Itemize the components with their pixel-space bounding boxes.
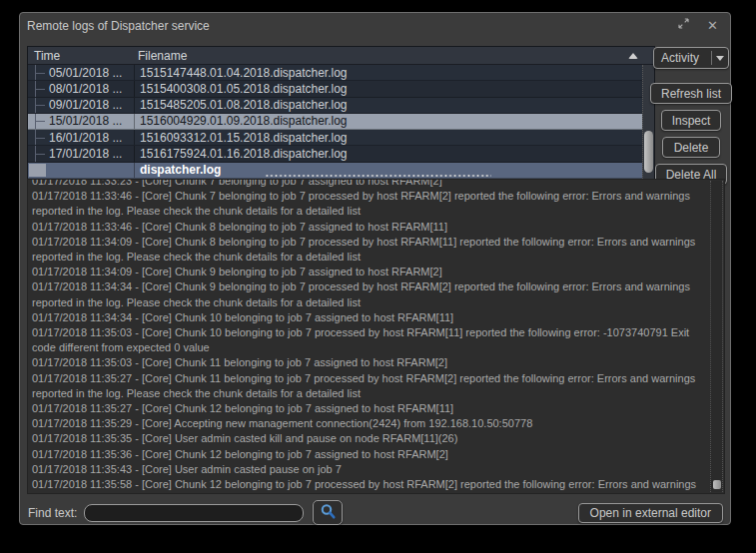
filename-cell: 1516093312.01.15.2018.dispatcher.log bbox=[135, 130, 642, 145]
magnifier-icon bbox=[320, 503, 337, 523]
activity-dropdown[interactable]: Activity bbox=[653, 47, 729, 69]
remote-logs-window: Remote logs of Dispatcher service ✕ Time… bbox=[19, 12, 731, 525]
log-line: 01/17/2018 11:35:27 - [Core] Chunk 11 be… bbox=[32, 371, 707, 401]
tree-branch-icon bbox=[28, 65, 49, 80]
log-line: 01/17/2018 11:35:35 - [Core] User admin … bbox=[32, 431, 707, 446]
log-scrollbar[interactable] bbox=[710, 181, 723, 492]
log-line: 01/17/2018 11:35:03 - [Core] Chunk 11 be… bbox=[32, 355, 707, 370]
node-box-icon bbox=[29, 164, 46, 177]
filename-cell: 1515147448.01.04.2018.dispatcher.log bbox=[135, 65, 642, 80]
chevron-down-icon bbox=[712, 56, 728, 61]
tree-branch-icon bbox=[28, 130, 49, 145]
file-table-body: 05/01/2018 ...1515147448.01.04.2018.disp… bbox=[28, 65, 642, 179]
column-header-time[interactable]: Time bbox=[28, 49, 135, 63]
titlebar[interactable]: Remote logs of Dispatcher service ✕ bbox=[20, 13, 730, 37]
log-scrollbar-thumb[interactable] bbox=[713, 480, 721, 489]
delete-button[interactable]: Delete bbox=[662, 137, 720, 158]
filename-cell: 1515400308.01.05.2018.dispatcher.log bbox=[135, 81, 642, 96]
find-text-label: Find text: bbox=[28, 506, 77, 520]
time-cell bbox=[28, 163, 135, 178]
close-icon[interactable]: ✕ bbox=[707, 19, 718, 32]
filename-cell: 1516175924.01.16.2018.dispatcher.log bbox=[135, 146, 642, 161]
table-row[interactable]: 08/01/2018 ...1515400308.01.05.2018.disp… bbox=[28, 81, 642, 97]
log-line: 01/17/2018 11:34:34 - [Core] Chunk 10 be… bbox=[32, 310, 707, 325]
log-line: 01/17/2018 11:33:46 - [Core] Chunk 7 bel… bbox=[32, 189, 707, 219]
filename-cell: 1516004929.01.09.2018.dispatcher.log bbox=[135, 114, 642, 129]
maximize-icon[interactable] bbox=[678, 18, 689, 32]
sort-ascending-icon[interactable] bbox=[628, 53, 638, 59]
refresh-list-button[interactable]: Refresh list bbox=[650, 83, 732, 104]
tree-branch-icon bbox=[28, 146, 49, 161]
find-bar: Find text: Open in external editor bbox=[28, 499, 723, 526]
log-file-table: Time Filename 05/01/2018 ...1515147448.0… bbox=[27, 46, 655, 180]
inspect-button[interactable]: Inspect bbox=[661, 110, 722, 131]
time-cell: 08/01/2018 ... bbox=[28, 81, 135, 96]
time-cell: 17/01/2018 ... bbox=[28, 146, 135, 161]
log-line: 01/17/2018 11:33:23 - [Core] Chunk 7 bel… bbox=[32, 179, 707, 189]
log-line: 01/17/2018 11:35:29 - [Core] Accepting n… bbox=[32, 416, 707, 431]
log-line: 01/17/2018 11:34:09 - [Core] Chunk 8 bel… bbox=[32, 235, 707, 265]
activity-dropdown-label: Activity bbox=[654, 51, 711, 65]
log-line: 01/17/2018 11:35:03 - [Core] Chunk 10 be… bbox=[32, 325, 707, 355]
tree-branch-icon bbox=[28, 81, 49, 96]
table-row[interactable]: 17/01/2018 ...1516175924.01.16.2018.disp… bbox=[28, 146, 642, 162]
search-button[interactable] bbox=[313, 500, 343, 525]
log-line: 01/17/2018 11:34:09 - [Core] Chunk 9 bel… bbox=[32, 265, 707, 279]
time-cell: 05/01/2018 ... bbox=[28, 65, 135, 80]
log-line: 01/17/2018 11:35:58 - [Core] Chunk 12 be… bbox=[32, 477, 707, 494]
time-cell: 16/01/2018 ... bbox=[28, 130, 135, 145]
window-title: Remote logs of Dispatcher service bbox=[27, 17, 678, 33]
table-row[interactable]: 15/01/2018 ...1516004929.01.09.2018.disp… bbox=[28, 114, 642, 130]
filename-cell: 1515485205.01.08.2018.dispatcher.log bbox=[135, 98, 642, 113]
log-line: 01/17/2018 11:35:36 - [Core] Chunk 12 be… bbox=[32, 447, 707, 462]
log-line: 01/17/2018 11:34:34 - [Core] Chunk 9 bel… bbox=[32, 279, 707, 309]
table-row[interactable]: 16/01/2018 ...1516093312.01.15.2018.disp… bbox=[28, 130, 642, 146]
tree-branch-icon bbox=[28, 114, 49, 129]
actions-panel: Activity Refresh listInspectDeleteDelete… bbox=[649, 47, 733, 185]
column-header-filename[interactable]: Filename bbox=[135, 49, 628, 63]
log-line: 01/17/2018 11:33:46 - [Core] Chunk 8 bel… bbox=[32, 220, 707, 235]
table-header[interactable]: Time Filename bbox=[28, 47, 654, 65]
table-row[interactable]: 05/01/2018 ...1515147448.01.04.2018.disp… bbox=[28, 65, 642, 81]
log-text: 01/17/2018 11:33:23 - [Core] Chunk 7 bel… bbox=[32, 179, 707, 494]
log-viewer[interactable]: 01/17/2018 11:33:23 - [Core] Chunk 7 bel… bbox=[27, 179, 725, 494]
tree-branch-icon bbox=[28, 98, 49, 113]
table-row[interactable]: 09/01/2018 ...1515485205.01.08.2018.disp… bbox=[28, 98, 642, 114]
open-external-editor-button[interactable]: Open in external editor bbox=[578, 503, 723, 523]
time-cell: 09/01/2018 ... bbox=[28, 98, 135, 113]
log-line: 01/17/2018 11:35:43 - [Core] User admin … bbox=[32, 462, 707, 477]
log-line: 01/17/2018 11:35:27 - [Core] Chunk 12 be… bbox=[32, 401, 707, 416]
time-cell: 15/01/2018 ... bbox=[28, 114, 135, 129]
find-text-input[interactable] bbox=[84, 504, 304, 522]
